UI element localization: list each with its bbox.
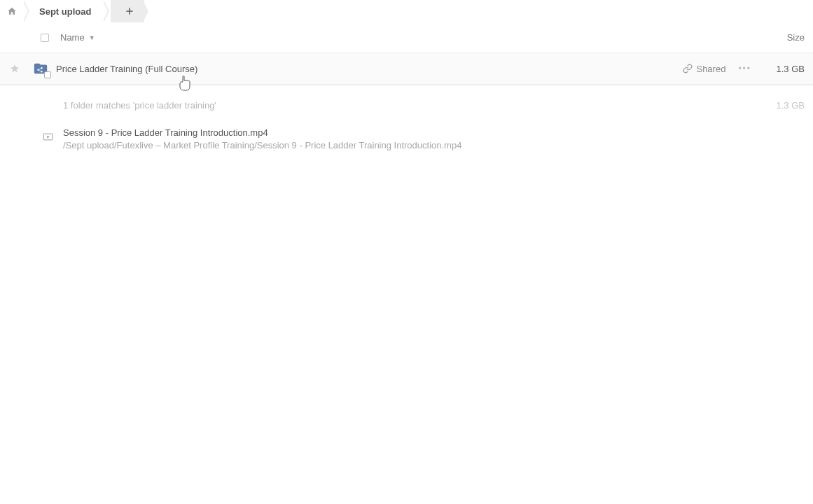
favorite-star[interactable] bbox=[4, 64, 25, 74]
sort-caret-icon: ▼ bbox=[89, 34, 95, 41]
star-icon bbox=[10, 64, 20, 74]
more-actions-button[interactable]: ••• bbox=[735, 64, 754, 74]
svg-point-4 bbox=[37, 69, 39, 71]
link-badge-icon bbox=[44, 71, 51, 78]
ellipsis-icon: ••• bbox=[738, 64, 751, 74]
plus-icon bbox=[125, 6, 134, 16]
file-name: Session 9 - Price Ladder Training Introd… bbox=[63, 127, 461, 138]
shared-label: Shared bbox=[696, 64, 725, 74]
video-file-icon bbox=[43, 132, 53, 142]
file-row[interactable]: Session 9 - Price Ladder Training Introd… bbox=[0, 119, 813, 159]
folder-size: 1.3 GB bbox=[764, 64, 805, 74]
column-name-header[interactable]: Name ▼ bbox=[60, 32, 95, 43]
folder-icon-wrap bbox=[32, 61, 56, 76]
breadcrumb-home[interactable] bbox=[3, 0, 24, 22]
column-name-label: Name bbox=[60, 32, 85, 43]
select-all-checkbox[interactable] bbox=[41, 34, 49, 42]
svg-marker-8 bbox=[47, 136, 50, 139]
svg-point-3 bbox=[41, 71, 42, 72]
breadcrumb-bar: Sept upload bbox=[0, 0, 813, 22]
folder-row[interactable]: Price Ladder Training (Full Course) Shar… bbox=[0, 53, 813, 85]
column-header-row: Name ▼ Size bbox=[0, 22, 813, 53]
svg-point-2 bbox=[41, 67, 42, 69]
breadcrumb-add-button[interactable] bbox=[111, 0, 144, 22]
matches-size: 1.3 GB bbox=[777, 100, 805, 111]
breadcrumb-current[interactable]: Sept upload bbox=[24, 0, 104, 22]
shared-badge[interactable]: Shared bbox=[683, 64, 725, 74]
breadcrumb-current-label: Sept upload bbox=[39, 6, 91, 17]
video-file-icon-wrap bbox=[41, 132, 55, 142]
column-size-label: Size bbox=[787, 32, 805, 43]
file-path: /Sept upload/Futexlive – Market Profile … bbox=[63, 140, 461, 150]
column-size-header[interactable]: Size bbox=[787, 32, 805, 43]
home-icon bbox=[7, 6, 17, 16]
folder-name: Price Ladder Training (Full Course) bbox=[56, 64, 197, 74]
search-matches-summary: 1 folder matches 'price ladder training'… bbox=[0, 91, 813, 119]
link-icon bbox=[683, 64, 693, 74]
matches-text: 1 folder matches 'price ladder training' bbox=[63, 100, 216, 111]
